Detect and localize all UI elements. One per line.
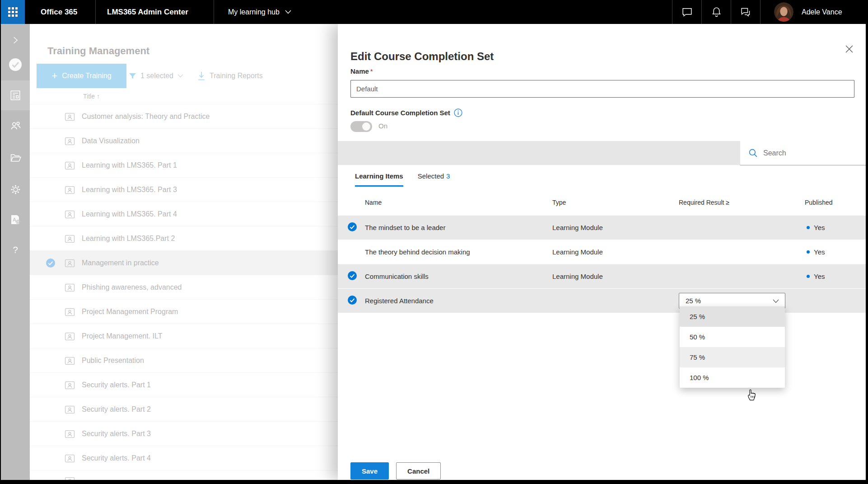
chat-button[interactable] — [672, 0, 701, 24]
training-row[interactable]: Project Management Program — [30, 300, 338, 324]
published-dot-icon — [807, 275, 810, 278]
training-badge-icon — [65, 258, 75, 268]
cancel-button[interactable]: Cancel — [396, 462, 441, 479]
info-icon[interactable] — [454, 108, 462, 117]
close-button[interactable] — [843, 43, 855, 55]
training-row[interactable]: Security alerts. Part 1 — [30, 373, 338, 397]
published-dot-icon — [807, 250, 810, 254]
office365-topbar: Office 365 LMS365 Admin Center My learni… — [1, 0, 866, 24]
filter-funnel-icon — [129, 72, 136, 80]
name-label: Name* — [350, 67, 373, 75]
training-badge-icon — [65, 282, 75, 293]
office365-brand[interactable]: Office 365 — [41, 0, 77, 24]
name-input[interactable] — [350, 80, 854, 98]
training-badge-icon — [65, 380, 75, 390]
dropdown-option[interactable]: 25 % — [680, 306, 785, 327]
user-name[interactable]: Adele Vance — [802, 0, 842, 24]
training-title: Project Management Program — [82, 300, 178, 324]
app-window: Office 365 LMS365 Admin Center My learni… — [1, 0, 866, 480]
training-badge-icon — [65, 112, 75, 122]
training-title: Learning with LMS365. Part 3 — [82, 178, 177, 202]
dialog-actions: Save Cancel — [350, 462, 441, 479]
toggle-knob — [362, 122, 370, 131]
sidebar-item-users[interactable] — [1, 111, 30, 141]
table-header: Name Type Required Result ≥ Published — [338, 189, 866, 216]
training-row-partial[interactable] — [30, 470, 338, 480]
training-title: Security alerts. Part 1 — [82, 373, 151, 397]
search-input[interactable] — [762, 149, 853, 158]
help-icon: ? — [13, 245, 18, 255]
training-row[interactable]: Learning with LMS365. Part 4 — [30, 202, 338, 226]
feedback-button[interactable] — [731, 0, 760, 24]
training-title: Project Management. ILT — [82, 324, 162, 348]
col-type: Type — [552, 199, 679, 206]
training-row[interactable]: Project Management. ILT — [30, 324, 338, 348]
training-row[interactable]: Learning with LMS365. Part 3 — [30, 178, 338, 202]
training-management-page: A ? Training Management + — [1, 24, 338, 480]
training-badge-icon — [65, 234, 75, 244]
training-title: Phishing awareness, advanced — [82, 275, 182, 300]
training-row[interactable]: Phishing awareness, advanced — [30, 275, 338, 300]
sidebar-item-catalog[interactable] — [1, 143, 30, 173]
dialog-title: Edit Course Completion Set — [350, 50, 494, 63]
course-catalog-folder-icon — [9, 152, 22, 164]
sidebar-item-help[interactable]: ? — [1, 235, 30, 265]
training-row[interactable]: Data Visualization — [30, 129, 338, 153]
create-training-button[interactable]: + Create Training — [37, 64, 126, 88]
training-row[interactable]: Security alerts. Part 3 — [30, 422, 338, 446]
learning-item-row[interactable]: The mindset to be a leaderLearning Modul… — [338, 216, 866, 240]
training-row[interactable]: Customer analysis: Theory and Practice — [30, 104, 338, 129]
item-name: The theory behind decision making — [365, 248, 552, 256]
training-row[interactable]: Learning with LMS365.Part 2 — [30, 226, 338, 251]
hub-menu[interactable]: My learning hub — [228, 0, 291, 24]
published-value: Yes — [814, 273, 825, 280]
approvals-check-icon — [8, 57, 23, 72]
edit-course-completion-set-dialog: Edit Course Completion Set Name* Default… — [338, 24, 866, 480]
training-badge-icon — [65, 356, 75, 366]
training-title: Security alerts. Part 2 — [82, 397, 151, 422]
app-launcher-button[interactable] — [1, 0, 25, 24]
sidebar-item-training-management[interactable] — [1, 80, 30, 110]
training-reports-button[interactable]: Training Reports — [197, 64, 263, 88]
settings-gear-icon — [9, 183, 22, 196]
save-button[interactable]: Save — [350, 462, 389, 479]
learning-item-row[interactable]: The theory behind decision makingLearnin… — [338, 240, 866, 264]
avatar[interactable] — [774, 2, 793, 22]
learning-item-row[interactable]: Communication skillsLearning ModuleYes — [338, 264, 866, 289]
learning-item-row[interactable]: Registered Attendance25 % — [338, 289, 866, 313]
training-row[interactable]: Public Presentation — [30, 348, 338, 373]
item-name: Communication skills — [365, 273, 552, 280]
training-badge-icon — [65, 331, 75, 342]
filter-dropdown[interactable]: 1 selected — [129, 64, 183, 88]
tab-learning-items[interactable]: Learning Items — [355, 172, 403, 187]
training-row[interactable]: Security alerts. Part 2 — [30, 397, 338, 422]
sidebar-item-admin[interactable]: A — [1, 205, 30, 235]
search-box[interactable] — [740, 141, 866, 165]
dropdown-option[interactable]: 75 % — [680, 347, 785, 367]
selected-check-icon — [46, 258, 55, 268]
training-title: Learning with LMS365. Part 4 — [82, 202, 177, 226]
chevron-down-icon — [285, 10, 291, 14]
expand-chevron-icon — [10, 35, 20, 45]
required-result-dropdown-menu: 25 %50 %75 %100 % — [680, 306, 785, 388]
page-title: Training Management — [47, 45, 149, 57]
sidebar-item-approvals[interactable] — [1, 50, 30, 80]
close-icon — [845, 45, 853, 53]
training-title: Public Presentation — [82, 348, 144, 373]
dropdown-option[interactable]: 100 % — [680, 367, 785, 388]
training-list-area: Training Management + Create Training 1 … — [30, 24, 338, 480]
title-column-header[interactable]: Title ↑ — [83, 93, 100, 100]
training-row[interactable]: Learning with LMS365. Part 1 — [30, 153, 338, 178]
training-row[interactable]: Security alerts. Part 4 — [30, 446, 338, 470]
training-row[interactable]: Management in practice — [30, 251, 338, 275]
notifications-button[interactable] — [702, 0, 731, 24]
users-icon — [9, 120, 21, 132]
training-badge-icon — [65, 404, 75, 415]
tab-selected[interactable]: Selected3 — [418, 172, 450, 187]
dropdown-option[interactable]: 50 % — [680, 327, 785, 347]
chevron-down-icon — [773, 299, 779, 303]
topbar-divider — [214, 0, 214, 24]
default-set-toggle[interactable] — [350, 121, 372, 132]
search-icon — [748, 148, 758, 158]
sidebar-item-settings[interactable] — [1, 174, 30, 204]
